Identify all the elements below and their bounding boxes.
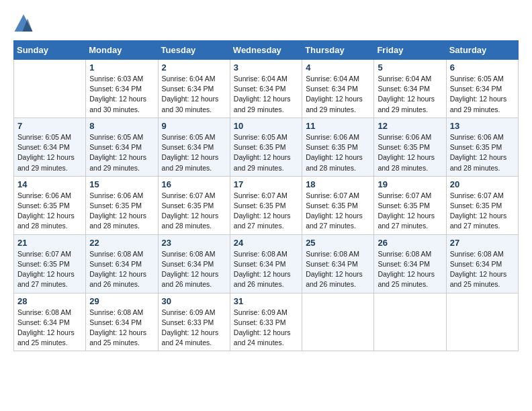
day-info: Sunrise: 6:05 AM Sunset: 6:34 PM Dayligh… [450,74,515,115]
day-info: Sunrise: 6:08 AM Sunset: 6:34 PM Dayligh… [234,249,298,290]
calendar-table: SundayMondayTuesdayWednesdayThursdayFrid… [13,40,519,351]
logo-icon [13,13,34,34]
day-cell: 8Sunrise: 6:05 AM Sunset: 6:34 PM Daylig… [86,118,158,176]
day-cell: 4Sunrise: 6:04 AM Sunset: 6:34 PM Daylig… [302,60,374,118]
day-number: 8 [89,121,154,131]
day-cell: 13Sunrise: 6:06 AM Sunset: 6:35 PM Dayli… [446,118,518,176]
logo [13,13,36,34]
day-cell [14,60,86,118]
day-cell: 22Sunrise: 6:08 AM Sunset: 6:34 PM Dayli… [86,234,158,293]
day-info: Sunrise: 6:08 AM Sunset: 6:34 PM Dayligh… [306,249,370,290]
day-info: Sunrise: 6:05 AM Sunset: 6:34 PM Dayligh… [89,132,154,173]
day-number: 17 [234,179,298,189]
day-info: Sunrise: 6:09 AM Sunset: 6:33 PM Dayligh… [234,308,298,349]
day-cell: 5Sunrise: 6:04 AM Sunset: 6:34 PM Daylig… [374,60,446,118]
day-number: 15 [89,179,154,189]
calendar-body: 1Sunrise: 6:03 AM Sunset: 6:34 PM Daylig… [14,60,519,351]
day-cell: 2Sunrise: 6:04 AM Sunset: 6:34 PM Daylig… [158,60,230,118]
day-info: Sunrise: 6:07 AM Sunset: 6:35 PM Dayligh… [306,191,370,232]
day-cell: 16Sunrise: 6:07 AM Sunset: 6:35 PM Dayli… [158,176,230,234]
day-number: 24 [234,238,298,248]
header-cell-thursday: Thursday [302,41,374,60]
week-row-5: 28Sunrise: 6:08 AM Sunset: 6:34 PM Dayli… [14,293,519,351]
day-cell: 25Sunrise: 6:08 AM Sunset: 6:34 PM Dayli… [302,234,374,293]
day-cell: 17Sunrise: 6:07 AM Sunset: 6:35 PM Dayli… [230,176,302,234]
day-cell: 29Sunrise: 6:08 AM Sunset: 6:34 PM Dayli… [86,293,158,351]
day-cell [374,293,446,351]
day-info: Sunrise: 6:07 AM Sunset: 6:35 PM Dayligh… [162,191,226,232]
day-number: 18 [306,179,370,189]
day-number: 19 [378,179,442,189]
day-cell [446,293,518,351]
day-cell: 10Sunrise: 6:05 AM Sunset: 6:35 PM Dayli… [230,118,302,176]
day-cell [302,293,374,351]
day-number: 20 [450,179,515,189]
day-cell: 15Sunrise: 6:06 AM Sunset: 6:35 PM Dayli… [86,176,158,234]
day-number: 13 [450,121,515,131]
header-cell-sunday: Sunday [14,41,86,60]
day-info: Sunrise: 6:08 AM Sunset: 6:34 PM Dayligh… [89,308,154,349]
day-info: Sunrise: 6:08 AM Sunset: 6:34 PM Dayligh… [89,249,154,290]
day-cell: 26Sunrise: 6:08 AM Sunset: 6:34 PM Dayli… [374,234,446,293]
day-number: 11 [306,121,370,131]
day-info: Sunrise: 6:06 AM Sunset: 6:35 PM Dayligh… [450,132,515,173]
day-number: 21 [17,238,82,248]
day-info: Sunrise: 6:07 AM Sunset: 6:35 PM Dayligh… [17,249,82,290]
day-cell: 31Sunrise: 6:09 AM Sunset: 6:33 PM Dayli… [230,293,302,351]
day-cell: 27Sunrise: 6:08 AM Sunset: 6:34 PM Dayli… [446,234,518,293]
day-info: Sunrise: 6:06 AM Sunset: 6:35 PM Dayligh… [306,132,370,173]
day-info: Sunrise: 6:04 AM Sunset: 6:34 PM Dayligh… [162,74,226,115]
day-info: Sunrise: 6:04 AM Sunset: 6:34 PM Dayligh… [234,74,298,115]
day-cell: 14Sunrise: 6:06 AM Sunset: 6:35 PM Dayli… [14,176,86,234]
day-cell: 21Sunrise: 6:07 AM Sunset: 6:35 PM Dayli… [14,234,86,293]
day-info: Sunrise: 6:04 AM Sunset: 6:34 PM Dayligh… [378,74,442,115]
day-info: Sunrise: 6:08 AM Sunset: 6:34 PM Dayligh… [162,249,226,290]
day-cell: 20Sunrise: 6:07 AM Sunset: 6:35 PM Dayli… [446,176,518,234]
day-cell: 12Sunrise: 6:06 AM Sunset: 6:35 PM Dayli… [374,118,446,176]
day-number: 1 [89,62,154,73]
header-row: SundayMondayTuesdayWednesdayThursdayFrid… [14,41,519,60]
header-cell-monday: Monday [86,41,158,60]
day-cell: 18Sunrise: 6:07 AM Sunset: 6:35 PM Dayli… [302,176,374,234]
day-number: 14 [17,179,82,189]
header-cell-wednesday: Wednesday [230,41,302,60]
day-cell: 24Sunrise: 6:08 AM Sunset: 6:34 PM Dayli… [230,234,302,293]
day-number: 10 [234,121,298,131]
day-cell: 30Sunrise: 6:09 AM Sunset: 6:33 PM Dayli… [158,293,230,351]
day-number: 4 [306,62,370,73]
day-info: Sunrise: 6:04 AM Sunset: 6:34 PM Dayligh… [306,74,370,115]
day-info: Sunrise: 6:05 AM Sunset: 6:34 PM Dayligh… [17,132,82,173]
day-info: Sunrise: 6:08 AM Sunset: 6:34 PM Dayligh… [450,249,515,290]
day-number: 29 [89,296,154,306]
day-cell: 7Sunrise: 6:05 AM Sunset: 6:34 PM Daylig… [14,118,86,176]
day-cell: 3Sunrise: 6:04 AM Sunset: 6:34 PM Daylig… [230,60,302,118]
day-cell: 23Sunrise: 6:08 AM Sunset: 6:34 PM Dayli… [158,234,230,293]
day-number: 27 [450,238,515,248]
day-cell: 6Sunrise: 6:05 AM Sunset: 6:34 PM Daylig… [446,60,518,118]
week-row-2: 7Sunrise: 6:05 AM Sunset: 6:34 PM Daylig… [14,118,519,176]
day-number: 5 [378,62,442,73]
day-number: 23 [162,238,226,248]
day-number: 30 [162,296,226,306]
header-cell-friday: Friday [374,41,446,60]
day-number: 7 [17,121,82,131]
day-info: Sunrise: 6:05 AM Sunset: 6:34 PM Dayligh… [162,132,226,173]
day-info: Sunrise: 6:06 AM Sunset: 6:35 PM Dayligh… [378,132,442,173]
week-row-4: 21Sunrise: 6:07 AM Sunset: 6:35 PM Dayli… [14,234,519,293]
day-number: 31 [234,296,298,306]
day-number: 16 [162,179,226,189]
day-info: Sunrise: 6:07 AM Sunset: 6:35 PM Dayligh… [234,191,298,232]
header-cell-tuesday: Tuesday [158,41,230,60]
day-number: 6 [450,62,515,73]
week-row-1: 1Sunrise: 6:03 AM Sunset: 6:34 PM Daylig… [14,60,519,118]
day-info: Sunrise: 6:08 AM Sunset: 6:34 PM Dayligh… [17,308,82,349]
day-number: 26 [378,238,442,248]
day-number: 3 [234,62,298,73]
day-info: Sunrise: 6:06 AM Sunset: 6:35 PM Dayligh… [17,191,82,232]
day-info: Sunrise: 6:05 AM Sunset: 6:35 PM Dayligh… [234,132,298,173]
day-info: Sunrise: 6:08 AM Sunset: 6:34 PM Dayligh… [378,249,442,290]
day-number: 28 [17,296,82,306]
day-cell: 11Sunrise: 6:06 AM Sunset: 6:35 PM Dayli… [302,118,374,176]
day-cell: 28Sunrise: 6:08 AM Sunset: 6:34 PM Dayli… [14,293,86,351]
header-cell-saturday: Saturday [446,41,518,60]
